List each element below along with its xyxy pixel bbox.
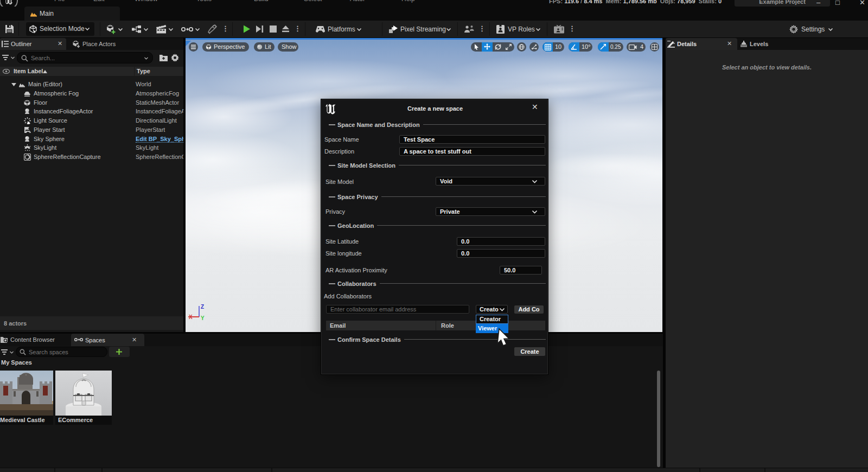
svg-text:Z: Z xyxy=(201,304,204,310)
svg-text:Y: Y xyxy=(201,315,205,321)
svg-text:X: X xyxy=(189,314,193,320)
